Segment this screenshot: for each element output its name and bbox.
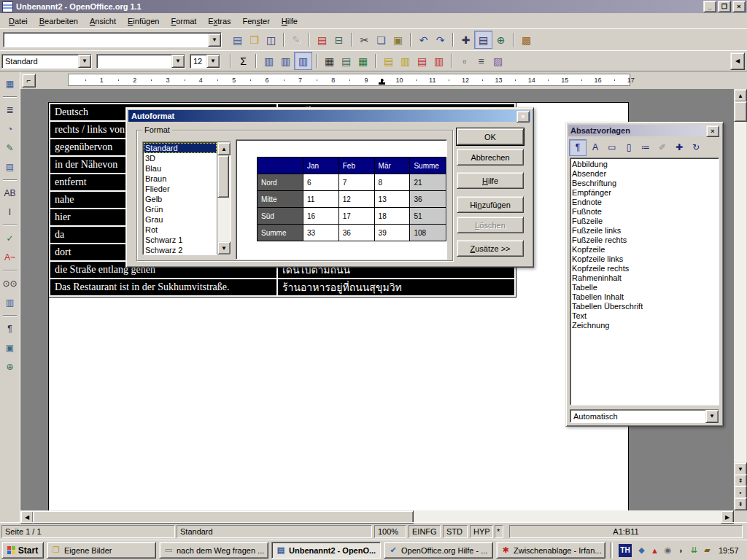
new-document-icon[interactable]: ▤ bbox=[229, 31, 246, 48]
style-list-item[interactable]: Rahmeninhalt bbox=[572, 273, 719, 283]
speaker-icon[interactable]: ◉ bbox=[662, 545, 673, 556]
character-styles-icon[interactable]: A bbox=[587, 140, 603, 155]
style-list-item[interactable]: Beschriftung bbox=[572, 179, 719, 188]
menu-item[interactable]: Ansicht bbox=[84, 15, 122, 28]
quickstart-icon[interactable]: ◆ bbox=[636, 545, 647, 556]
stylist-title-bar[interactable]: Absatzvorlagen × bbox=[568, 125, 721, 136]
vertical-scrollbar[interactable]: ▲ ▼ ⇞ • ⇟ bbox=[734, 89, 746, 510]
tab-stop-marker[interactable] bbox=[379, 79, 385, 85]
insert-column-icon[interactable]: ▥ bbox=[397, 52, 414, 69]
table-autoformat-icon[interactable]: ▦ bbox=[355, 52, 371, 69]
style-listbox[interactable]: AbbildungAbsenderBeschriftungEmpfängerEn… bbox=[570, 158, 719, 405]
format-list-item[interactable]: Schwarz 1 bbox=[144, 235, 217, 245]
scroll-up-arrow[interactable]: ▲ bbox=[734, 89, 747, 102]
format-list-item[interactable]: Flieder bbox=[144, 184, 217, 194]
edit-file-icon[interactable]: ✎ bbox=[288, 31, 305, 48]
mouse-icon[interactable]: ◗ bbox=[676, 545, 686, 556]
print-file-icon[interactable]: ⊟ bbox=[330, 31, 347, 48]
new-style-from-selection-icon[interactable]: ✚ bbox=[671, 140, 687, 155]
undo-icon[interactable]: ↶ bbox=[415, 31, 432, 48]
borders-icon[interactable]: ▫ bbox=[456, 52, 473, 69]
direct-cursor-icon[interactable]: I bbox=[1, 203, 18, 220]
stylist-icon[interactable]: ▤ bbox=[474, 31, 492, 49]
style-list-item[interactable]: Fußzeile links bbox=[572, 226, 719, 236]
cut-icon[interactable]: ✂ bbox=[356, 31, 373, 48]
page-styles-icon[interactable]: ▯ bbox=[621, 140, 637, 155]
menu-item[interactable]: Fenster bbox=[237, 15, 276, 28]
columns-fixed-width-icon[interactable]: ▥ bbox=[260, 52, 277, 69]
style-list-item[interactable]: Empfänger bbox=[572, 188, 719, 198]
numbering-styles-icon[interactable]: ≔ bbox=[638, 140, 654, 155]
sum-icon[interactable]: Σ bbox=[235, 52, 252, 69]
status-field[interactable]: * bbox=[495, 525, 503, 538]
format-list-item[interactable]: Schwarz 2 bbox=[144, 245, 217, 254]
columns-proportional-icon[interactable]: ▥ bbox=[277, 52, 294, 69]
format-list-item[interactable]: Braun bbox=[144, 174, 217, 184]
status-field[interactable]: A1:B11 bbox=[509, 525, 743, 538]
style-list-item[interactable]: Zeichnung bbox=[572, 321, 719, 330]
navigator-icon[interactable]: ✚ bbox=[457, 31, 474, 48]
table-frame-icon[interactable]: ▦ bbox=[321, 52, 338, 69]
horizontal-ruler[interactable]: 1234567891011121314151617 bbox=[68, 74, 630, 86]
style-list-item[interactable]: Endnote bbox=[572, 198, 719, 207]
fill-format-mode-icon[interactable]: ✐ bbox=[654, 140, 670, 155]
table-grid-icon[interactable]: ▤ bbox=[338, 52, 355, 69]
language-indicator[interactable]: TH bbox=[619, 544, 632, 557]
update-style-icon[interactable]: ↻ bbox=[688, 140, 704, 155]
format-list-item[interactable]: Gelb bbox=[144, 194, 217, 204]
scrollbar-thumb[interactable] bbox=[217, 155, 229, 198]
antivir-icon[interactable]: ▲ bbox=[649, 545, 660, 556]
style-list-item[interactable]: Tabellen Inhalt bbox=[572, 292, 719, 302]
auto-spellcheck-icon[interactable]: A~ bbox=[1, 249, 18, 265]
format-list-item[interactable]: Grau bbox=[144, 214, 217, 225]
style-list-item[interactable]: Kopfzeile bbox=[572, 245, 719, 254]
style-list-item[interactable]: Kopfzeile links bbox=[572, 254, 719, 264]
stylist-close-button[interactable]: × bbox=[706, 125, 719, 137]
status-field[interactable]: Seite 1 / 1 bbox=[1, 525, 175, 538]
impress-task-button[interactable]: ▭ nach dem Weg fragen ... bbox=[159, 542, 268, 559]
columns-optimal-icon[interactable]: ▥ bbox=[294, 52, 312, 70]
style-list-item[interactable]: Fußzeile rechts bbox=[572, 236, 719, 245]
update-icon[interactable]: ⇊ bbox=[689, 545, 700, 556]
url-combobox[interactable]: ▼ bbox=[3, 32, 222, 47]
autotext-icon[interactable]: AB bbox=[1, 184, 18, 201]
format-list-scrollbar[interactable]: ▲ ▼ bbox=[217, 142, 231, 254]
style-list-item[interactable]: Kopfzeile rechts bbox=[572, 264, 719, 273]
thai-cell[interactable]: ร้านอาหารอยู่ที่ถนนสุขุมวิท bbox=[277, 279, 515, 296]
font-name-combobox[interactable]: ▼ bbox=[96, 54, 185, 69]
draw-functions-icon[interactable]: ✎ bbox=[1, 139, 18, 156]
frame-styles-icon[interactable]: ▭ bbox=[604, 140, 620, 155]
menu-item[interactable]: Format bbox=[165, 15, 202, 28]
insert-row-icon[interactable]: ▤ bbox=[380, 52, 397, 69]
german-cell[interactable]: Das Restaurant ist in der Sukhumvitstraß… bbox=[50, 279, 277, 296]
menu-item[interactable]: Extras bbox=[202, 15, 236, 28]
menu-item[interactable]: Hilfe bbox=[276, 15, 303, 28]
graphics-tablet-icon[interactable]: ▰ bbox=[702, 545, 713, 556]
menu-item[interactable]: Bearbeiten bbox=[34, 15, 84, 28]
scroll-down-arrow[interactable]: ▼ bbox=[217, 241, 231, 254]
title-bar[interactable]: Unbenannt2 - OpenOffice.org 1.1 _ ❐ × bbox=[0, 0, 747, 13]
horizontal-scrollbar[interactable]: ◀ ▶ bbox=[20, 510, 734, 522]
style-list-item[interactable]: Text bbox=[572, 311, 719, 321]
format-listbox[interactable]: Standard3DBlauBraunFliederGelbGrünGrauRo… bbox=[142, 141, 231, 255]
insert-object-icon[interactable]: ◔ bbox=[1, 120, 18, 137]
status-field[interactable]: Standard bbox=[177, 525, 372, 538]
style-list-item[interactable]: Tabelle bbox=[572, 283, 719, 292]
writer-task-button[interactable]: ▤ Unbenannt2 - OpenO... bbox=[271, 542, 381, 559]
url-dropdown-arrow[interactable]: ▼ bbox=[208, 34, 221, 47]
style-list-item[interactable]: Absender bbox=[572, 169, 719, 179]
font-size-combobox[interactable]: 12 ▼ bbox=[190, 54, 220, 69]
format-list-item[interactable]: Standard bbox=[144, 143, 217, 153]
font-dropdown-arrow[interactable]: ▼ bbox=[171, 55, 185, 68]
paste-icon[interactable]: ▣ bbox=[390, 31, 406, 48]
menu-item[interactable]: Einfügen bbox=[122, 15, 165, 28]
tab-type-selector[interactable]: ⌐ bbox=[22, 74, 36, 88]
spellcheck-icon[interactable]: ✓ bbox=[1, 230, 18, 246]
format-list-item[interactable]: Rot bbox=[144, 225, 217, 235]
paragraph-styles-icon[interactable]: ¶ bbox=[569, 139, 587, 156]
hyperlink-dialog-icon[interactable]: ⊕ bbox=[492, 31, 509, 48]
style-list-item[interactable]: Tabellen Überschrift bbox=[572, 302, 719, 311]
paragraph-style-combobox[interactable]: Standard ▼ bbox=[1, 54, 92, 69]
delete-column-icon[interactable]: ▥ bbox=[430, 52, 447, 69]
insert-table-icon[interactable]: ▦ bbox=[1, 75, 18, 92]
